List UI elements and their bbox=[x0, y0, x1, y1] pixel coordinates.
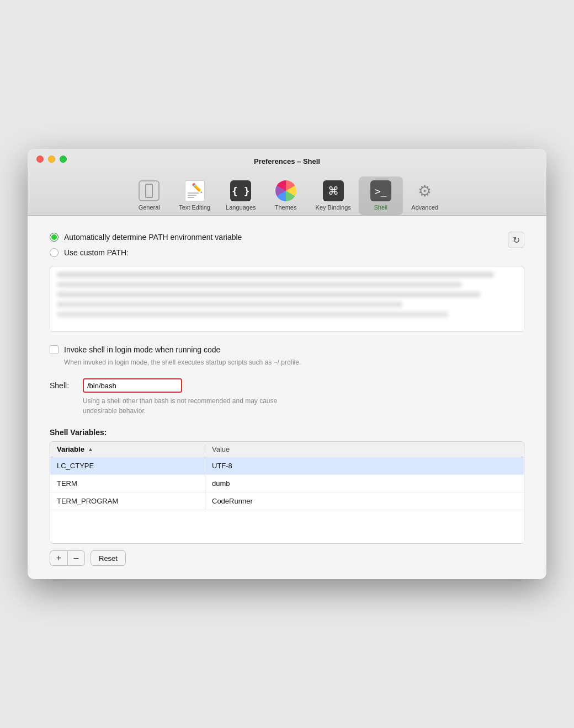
path-auto-radio[interactable] bbox=[50, 233, 59, 242]
add-variable-button[interactable]: + bbox=[50, 550, 67, 566]
general-icon bbox=[138, 180, 160, 202]
minimize-button[interactable] bbox=[48, 156, 55, 163]
tab-text-editing-label: Text Editing bbox=[179, 204, 210, 211]
advanced-icon: ⚙ bbox=[414, 180, 436, 202]
blur-line-1 bbox=[57, 272, 494, 277]
maximize-button[interactable] bbox=[60, 156, 67, 163]
path-content-area[interactable] bbox=[50, 266, 524, 332]
remove-variable-button[interactable]: – bbox=[67, 550, 85, 566]
tab-advanced[interactable]: ⚙ Advanced bbox=[403, 176, 447, 215]
tab-key-bindings-label: Key Bindings bbox=[316, 204, 351, 211]
table-row[interactable]: TERM dumb bbox=[50, 475, 524, 493]
login-mode-checkbox[interactable] bbox=[50, 345, 59, 354]
reset-button[interactable]: Reset bbox=[91, 550, 126, 566]
shell-variables-title: Shell Variables: bbox=[50, 428, 524, 437]
path-custom-radio[interactable] bbox=[50, 248, 59, 257]
shell-input-row: Shell: bbox=[50, 378, 524, 393]
tab-general[interactable]: General bbox=[127, 176, 171, 215]
main-content: Automatically determine PATH environment… bbox=[28, 216, 546, 579]
close-button[interactable] bbox=[36, 156, 44, 163]
tab-languages[interactable]: { } Languages bbox=[218, 176, 263, 215]
sort-arrow-icon: ▲ bbox=[88, 446, 93, 452]
tab-general-label: General bbox=[139, 204, 160, 211]
path-custom-label: Use custom PATH: bbox=[64, 248, 129, 257]
table-cell-variable: TERM_PROGRAM bbox=[50, 494, 205, 508]
path-custom-item: Use custom PATH: bbox=[50, 248, 524, 257]
table-cell-variable: TERM bbox=[50, 476, 205, 491]
table-header: Variable ▲ Value bbox=[50, 442, 524, 457]
preferences-window: Preferences – Shell General ✏️ bbox=[28, 149, 546, 579]
table-cell-variable: LC_CTYPE bbox=[50, 458, 205, 473]
path-auto-label: Automatically determine PATH environment… bbox=[64, 233, 242, 242]
bottom-bar: + – Reset bbox=[50, 550, 524, 566]
login-mode-label: Invoke shell in login mode when running … bbox=[64, 345, 220, 354]
refresh-path-button[interactable]: ↻ bbox=[508, 232, 524, 248]
text-editing-icon: ✏️ bbox=[184, 180, 206, 202]
tab-key-bindings[interactable]: ⌘ Key Bindings bbox=[308, 176, 359, 215]
tab-shell-label: Shell bbox=[374, 204, 387, 211]
table-cell-value: CodeRunner bbox=[205, 494, 524, 508]
table-empty-area bbox=[50, 510, 524, 543]
blur-line-3 bbox=[57, 292, 480, 297]
table-row[interactable]: TERM_PROGRAM CodeRunner bbox=[50, 493, 524, 510]
languages-icon: { } bbox=[230, 180, 252, 202]
shell-icon: >_ bbox=[370, 180, 392, 202]
login-mode-item: Invoke shell in login mode when running … bbox=[50, 345, 524, 354]
blur-line-5 bbox=[57, 312, 448, 317]
tab-text-editing[interactable]: ✏️ Text Editing bbox=[171, 176, 218, 215]
path-auto-item: Automatically determine PATH environment… bbox=[50, 233, 508, 242]
toolbar: General ✏️ Text Editing bbox=[36, 172, 538, 215]
table-body: LC_CTYPE UTF-8 TERM dumb TERM_PROGRAM Co… bbox=[50, 457, 524, 543]
tab-languages-label: Languages bbox=[226, 204, 256, 211]
tab-shell[interactable]: >_ Shell bbox=[359, 176, 403, 215]
shell-input[interactable] bbox=[83, 378, 182, 393]
login-mode-hint: When invoked in login mode, the shell ex… bbox=[64, 357, 524, 367]
tab-themes-label: Themes bbox=[275, 204, 297, 211]
themes-icon bbox=[275, 180, 297, 202]
path-auto-row: Automatically determine PATH environment… bbox=[50, 232, 524, 248]
login-mode-section: Invoke shell in login mode when running … bbox=[50, 345, 524, 367]
tab-advanced-label: Advanced bbox=[411, 204, 438, 211]
window-title: Preferences – Shell bbox=[36, 157, 538, 165]
table-header-variable: Variable ▲ bbox=[50, 445, 205, 453]
table-row[interactable]: LC_CTYPE UTF-8 bbox=[50, 457, 524, 475]
table-cell-value: UTF-8 bbox=[205, 458, 524, 473]
table-header-value: Value bbox=[205, 445, 524, 453]
table-cell-value: dumb bbox=[205, 476, 524, 491]
path-radio-group: Automatically determine PATH environment… bbox=[50, 232, 524, 257]
keybindings-icon: ⌘ bbox=[322, 180, 344, 202]
shell-hint-text: Using a shell other than bash is not rec… bbox=[83, 396, 524, 416]
shell-field-label: Shell: bbox=[50, 381, 77, 390]
tab-themes[interactable]: Themes bbox=[264, 176, 308, 215]
variables-table: Variable ▲ Value LC_CTYPE UTF-8 TERM dum… bbox=[50, 441, 524, 544]
titlebar: Preferences – Shell General ✏️ bbox=[28, 149, 546, 216]
blur-line-4 bbox=[57, 302, 402, 307]
blur-line-2 bbox=[57, 282, 462, 287]
